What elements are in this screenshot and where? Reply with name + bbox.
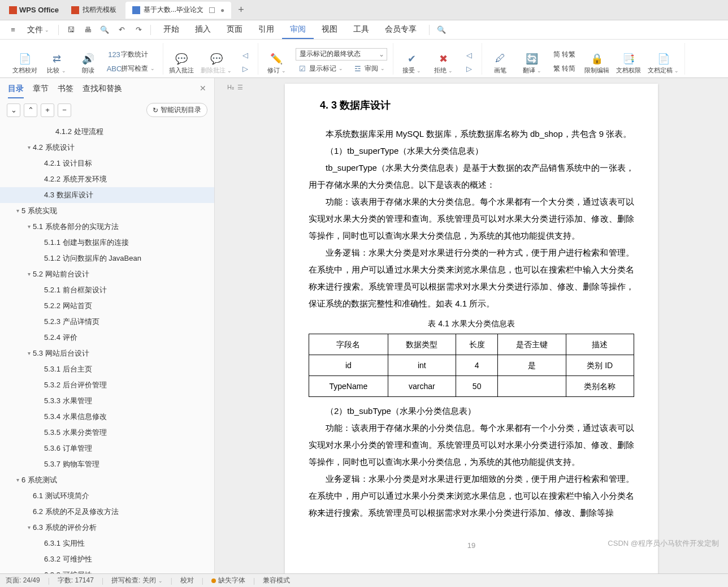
menu-1[interactable]: 插入 <box>187 21 219 39</box>
side-tab[interactable]: 章节 <box>33 84 49 98</box>
status-spell[interactable]: 拼写检查: 关闭 ⌄ <box>111 576 163 585</box>
insert-comment-button[interactable]: 💬插入批注 <box>169 53 194 75</box>
read-aloud-button[interactable]: 🔊朗读 <box>76 53 101 75</box>
side-tab[interactable]: 查找和替换 <box>83 84 122 98</box>
next-change-button[interactable]: ▷ <box>462 63 476 75</box>
toc-item[interactable]: 6.3.2 可维护性 <box>0 551 214 567</box>
toc-item[interactable]: ▾5 系统实现 <box>0 203 214 219</box>
translate-button[interactable]: 🔄翻译 ⌄ <box>519 53 544 75</box>
prev-comment-button[interactable]: ◁ <box>239 50 252 61</box>
chevron-icon[interactable]: ▾ <box>14 205 21 217</box>
delete-comment-button[interactable]: 💬删除批注 ⌄ <box>201 53 232 75</box>
menu-2[interactable]: 页面 <box>219 21 250 39</box>
compare-button[interactable]: ⇄比较 ⌄ <box>44 53 69 75</box>
word-count-button[interactable]: 123字数统计 <box>107 49 157 61</box>
accept-button[interactable]: ✔接受 ⌄ <box>399 53 424 75</box>
save-icon[interactable]: 🖫 <box>63 23 78 37</box>
review-button[interactable]: ☲审阅⌄ <box>351 63 387 75</box>
document-tab[interactable]: 找稻壳模板 <box>64 2 123 19</box>
toc-item[interactable]: 5.2.4 评价 <box>0 330 214 346</box>
show-mark-button[interactable]: ☑显示标记⌄ <box>296 63 345 75</box>
search-icon[interactable]: 🔍 <box>434 23 449 37</box>
toc-item[interactable]: 4.2.1 设计目标 <box>0 156 214 171</box>
toc-item[interactable]: 5.2.2 网站首页 <box>0 298 214 314</box>
toc-item[interactable]: 5.1.1 创建与数据库的连接 <box>0 235 214 251</box>
restrict-edit-button[interactable]: 🔒限制编辑 <box>584 53 609 75</box>
toc-item[interactable]: 5.3.3 水果管理 <box>0 393 214 409</box>
simp-to-trad-button[interactable]: 简 转繁 <box>551 49 578 61</box>
toc-item[interactable]: 5.2.1 前台框架设计 <box>0 282 214 298</box>
chevron-icon[interactable]: ▾ <box>25 348 33 359</box>
toc-item[interactable]: ▾4.2 系统设计 <box>0 140 214 156</box>
new-tab-button[interactable]: + <box>232 4 250 16</box>
toc-list[interactable]: 4.1.2 处理流程▾4.2 系统设计4.2.1 设计目标4.2.2 系统开发环… <box>0 122 214 573</box>
doc-permission-button[interactable]: 📑文档权限 <box>616 53 641 75</box>
toc-item[interactable]: 6.1 测试环境简介 <box>0 488 214 504</box>
doc-check-button[interactable]: 📄文档校对 <box>12 53 37 75</box>
toc-item[interactable]: 5.3.2 后台评价管理 <box>0 377 214 393</box>
menu-6[interactable]: 工具 <box>345 21 377 39</box>
chevron-icon[interactable]: ▾ <box>14 474 21 486</box>
toc-item[interactable]: 5.3.4 水果信息修改 <box>0 409 214 425</box>
close-panel-icon[interactable]: ✕ <box>200 84 206 93</box>
menu-3[interactable]: 引用 <box>250 21 282 39</box>
toc-item[interactable]: 5.3.7 购物车管理 <box>0 456 214 472</box>
spell-check-button[interactable]: ABC拼写检查⌄ <box>107 63 157 75</box>
chevron-icon[interactable]: ▾ <box>25 269 33 280</box>
expand-all-button[interactable]: ⌃ <box>24 103 37 117</box>
file-menu[interactable]: 文件⌄ <box>23 23 54 37</box>
statusbar: 页面: 24/49| 字数: 17147| 拼写检查: 关闭 ⌄| 校对| 缺失… <box>0 573 728 587</box>
menu-7[interactable]: 会员专享 <box>377 21 424 39</box>
toc-item[interactable]: ▾5.3 网站后台设计 <box>0 346 214 361</box>
toc-item[interactable]: ▾5.1 系统各部分的实现方法 <box>0 219 214 235</box>
menu-5[interactable]: 视图 <box>314 21 345 39</box>
redo-icon[interactable]: ↷ <box>131 23 146 37</box>
toc-item[interactable]: 5.3.5 水果分类管理 <box>0 425 214 441</box>
side-tab[interactable]: 书签 <box>58 84 73 98</box>
next-comment-button[interactable]: ▷ <box>239 63 252 75</box>
undo-icon[interactable]: ↶ <box>114 23 129 37</box>
brush-button[interactable]: 🖊画笔 <box>488 53 513 75</box>
status-missing-font[interactable]: 缺失字体 <box>211 576 245 585</box>
chevron-icon[interactable]: ▾ <box>25 221 33 232</box>
toc-item[interactable]: 4.3 数据库设计 <box>0 187 214 203</box>
trad-to-simp-button[interactable]: 繁 转简 <box>551 63 578 75</box>
toc-item[interactable]: ▾5.2 网站前台设计 <box>0 266 214 282</box>
menu-0[interactable]: 开始 <box>155 21 187 39</box>
chevron-icon[interactable]: ▾ <box>25 522 33 533</box>
toc-item[interactable]: 5.3.6 订单管理 <box>0 441 214 456</box>
document-tab[interactable]: 基于大数...毕业论文● <box>125 2 231 19</box>
toc-item[interactable]: 6.3.3 可扩展性 <box>0 567 214 573</box>
toc-item[interactable]: 4.2.2 系统开发环境 <box>0 171 214 187</box>
revise-button[interactable]: ✏️修订 ⌄ <box>264 53 289 75</box>
print-icon[interactable]: 🖶 <box>80 23 95 37</box>
chevron-icon[interactable]: ▾ <box>25 142 33 153</box>
close-icon[interactable]: ● <box>220 6 224 14</box>
toc-item[interactable]: 5.2.3 产品详情页 <box>0 314 214 330</box>
toc-item[interactable]: 5.1.2 访问数据库的 JavaBean <box>0 251 214 266</box>
status-words[interactable]: 字数: 17147 <box>58 576 94 585</box>
toc-item[interactable]: ▾6.3 系统的评价分析 <box>0 520 214 536</box>
status-proof[interactable]: 校对 <box>180 576 194 585</box>
collapse-all-button[interactable]: ⌄ <box>7 103 20 117</box>
toc-item[interactable]: 6.3.1 实用性 <box>0 536 214 551</box>
toc-item[interactable]: ▾6 系统测试 <box>0 472 214 488</box>
menu-4[interactable]: 审阅 <box>282 21 314 39</box>
side-tab[interactable]: 目录 <box>8 84 24 98</box>
doc-final-button[interactable]: 📄文档定稿 ⌄ <box>648 53 679 75</box>
display-mode-select[interactable]: 显示标记的最终状态 <box>296 48 387 61</box>
toc-item[interactable]: 4.1.2 处理流程 <box>0 124 214 140</box>
toc-label: 4.3 数据库设计 <box>44 189 214 201</box>
preview-icon[interactable]: 🔍 <box>97 23 112 37</box>
status-page[interactable]: 页面: 24/49 <box>6 576 40 585</box>
reject-button[interactable]: ✖拒绝 ⌄ <box>431 53 456 75</box>
toc-item[interactable]: 5.3.1 后台主页 <box>0 361 214 377</box>
prev-change-button[interactable]: ◁ <box>462 50 476 61</box>
smart-toc-button[interactable]: ↻ 智能识别目录 <box>146 103 207 117</box>
toc-item[interactable]: 6.2 系统的不足及修改方法 <box>0 504 214 520</box>
status-compat[interactable]: 兼容模式 <box>263 576 290 585</box>
remove-item-button[interactable]: − <box>58 103 71 117</box>
add-item-button[interactable]: + <box>41 103 54 117</box>
document-area[interactable]: H₂☰ 4. 3 数据库设计 本系统数据库采用 MySQL 数据库，系统数据库名… <box>215 78 728 573</box>
hamburger-icon[interactable]: ≡ <box>6 23 20 37</box>
